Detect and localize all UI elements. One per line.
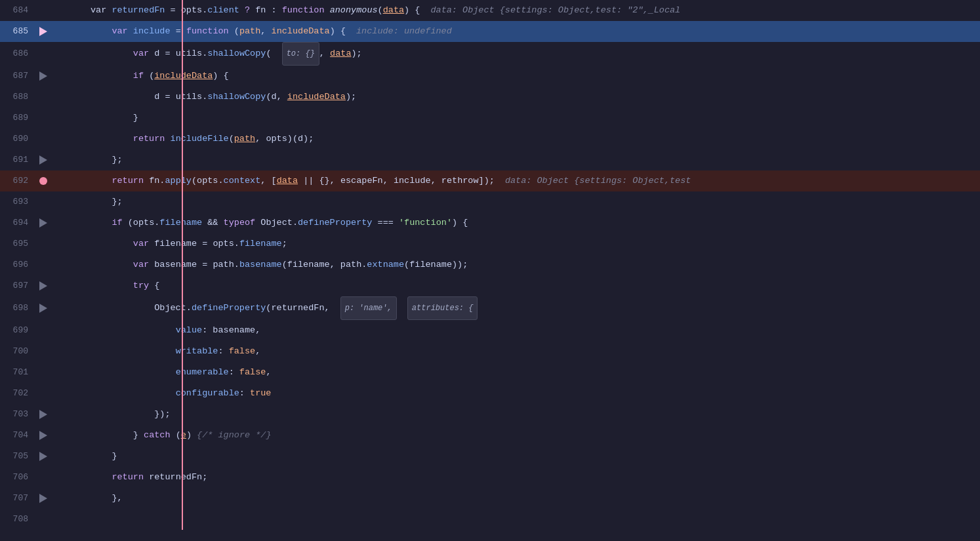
code-line: 700 writable: false, — [0, 341, 980, 362]
code-line: 698 Object.defineProperty(returnedFn, p:… — [0, 296, 980, 320]
line-gutter: 699 — [0, 320, 85, 341]
code-line: 685 var include = function (path, includ… — [0, 21, 980, 42]
fold-arrow-icon[interactable] — [39, 410, 47, 419]
debug-hint: include: undefined — [356, 26, 452, 36]
line-number: 702 — [0, 383, 36, 404]
line-code-content: } — [85, 446, 980, 467]
debug-hint: to: {} — [282, 42, 319, 66]
breakpoint-area[interactable] — [36, 304, 51, 313]
line-number: 686 — [0, 43, 36, 64]
fold-icon-area — [51, 514, 61, 525]
breakpoint-area[interactable] — [36, 431, 51, 440]
line-gutter: 696 — [0, 254, 85, 275]
line-gutter: 684 — [0, 0, 85, 21]
line-code-content: writable: false, — [85, 341, 980, 362]
line-gutter: 702 — [0, 383, 85, 404]
line-gutter: 686 — [0, 42, 85, 66]
line-gutter: 688 — [0, 87, 85, 108]
line-code-content: } catch (e) {/* ignore */} — [85, 425, 980, 446]
line-code-content: return includeFile(path, opts)(d); — [85, 129, 980, 150]
line-code-content: } — [85, 108, 980, 129]
line-number: 693 — [0, 191, 36, 212]
line-code-content: try { — [85, 275, 980, 296]
breakpoint-area[interactable] — [36, 218, 51, 228]
line-gutter: 704 — [0, 425, 85, 446]
fold-icon-area — [51, 92, 61, 102]
fold-arrow-icon[interactable] — [39, 155, 47, 165]
line-gutter: 692 — [0, 170, 85, 191]
code-line: 694 if (opts.filename && typeof Object.d… — [0, 212, 980, 233]
line-code-content: var include = function (path, includeDat… — [85, 21, 980, 42]
line-number: 692 — [0, 170, 36, 191]
line-gutter: 687 — [0, 66, 85, 87]
line-gutter: 701 — [0, 362, 85, 383]
line-number: 705 — [0, 446, 36, 467]
fold-icon-area — [51, 134, 61, 144]
breakpoint-area[interactable] — [36, 452, 51, 461]
code-line: 695 var filename = opts.filename; — [0, 233, 980, 254]
code-line: 699 value: basename, — [0, 320, 980, 341]
line-code-content: var filename = opts.filename; — [85, 233, 980, 254]
line-number: 695 — [0, 233, 36, 254]
debug-hint: data: Object {settings: Object,test: "2"… — [430, 5, 680, 15]
code-line: 704 } catch (e) {/* ignore */} — [0, 425, 980, 446]
line-gutter: 691 — [0, 150, 85, 170]
breakpoint-area[interactable] — [36, 71, 51, 81]
code-line: 706 return returnedFn; — [0, 467, 980, 488]
line-number: 707 — [0, 488, 36, 509]
line-code-content: value: basename, — [85, 320, 980, 341]
fold-icon-area — [51, 325, 61, 336]
line-number: 706 — [0, 467, 36, 488]
fold-arrow-icon[interactable] — [39, 304, 47, 313]
breakpoint-dot[interactable] — [39, 177, 47, 185]
fold-icon-area — [51, 218, 61, 228]
code-line: 705 } — [0, 446, 980, 467]
breakpoint-area[interactable] — [36, 494, 51, 503]
code-line: 684var returnedFn = opts.client ? fn : f… — [0, 0, 980, 21]
line-number: 697 — [0, 275, 36, 296]
line-number: 701 — [0, 362, 36, 383]
debug-hint: data: Object {settings: Object,test — [505, 176, 691, 186]
fold-icon-area — [51, 493, 61, 504]
code-line: 708 — [0, 509, 980, 530]
line-number: 690 — [0, 129, 36, 150]
breakpoint-area[interactable] — [36, 281, 51, 291]
code-line: 691 }; — [0, 150, 980, 170]
code-line: 693 }; — [0, 191, 980, 212]
code-editor: 684var returnedFn = opts.client ? fn : f… — [0, 0, 980, 541]
fold-icon-area — [51, 5, 61, 16]
breakpoint-area[interactable] — [36, 155, 51, 165]
fold-icon-area — [51, 155, 61, 165]
line-gutter: 695 — [0, 233, 85, 254]
fold-icon-area — [51, 346, 61, 357]
fold-icon-area — [51, 260, 61, 270]
code-container: 684var returnedFn = opts.client ? fn : f… — [0, 0, 980, 530]
code-line: 692 return fn.apply(opts.context, [data … — [0, 170, 980, 191]
fold-arrow-icon[interactable] — [39, 431, 47, 440]
line-gutter: 700 — [0, 341, 85, 362]
fold-icon-area — [51, 26, 61, 37]
line-gutter: 705 — [0, 446, 85, 467]
line-number: 703 — [0, 404, 36, 425]
code-line: 686 var d = utils.shallowCopy( to: {}, d… — [0, 42, 980, 66]
line-code-content: d = utils.shallowCopy(d, includeData); — [85, 87, 980, 108]
line-code-content: Object.defineProperty(returnedFn, p: 'na… — [85, 296, 980, 320]
code-line: 697 try { — [0, 275, 980, 296]
line-code-content: return returnedFn; — [85, 467, 980, 488]
line-gutter: 698 — [0, 296, 85, 320]
fold-arrow-icon[interactable] — [39, 218, 47, 228]
breakpoint-area[interactable] — [36, 177, 51, 185]
line-number: 689 — [0, 108, 36, 129]
line-code-content: enumerable: false, — [85, 362, 980, 383]
line-code-content: var returnedFn = opts.client ? fn : func… — [85, 0, 980, 21]
code-line: 687 if (includeData) { — [0, 66, 980, 87]
code-line: 702 configurable: true — [0, 383, 980, 404]
fold-icon-area — [51, 472, 61, 483]
fold-arrow-icon[interactable] — [39, 281, 47, 291]
line-code-content: configurable: true — [85, 383, 980, 404]
fold-arrow-icon[interactable] — [39, 494, 47, 503]
fold-arrow-icon[interactable] — [39, 71, 47, 81]
breakpoint-area[interactable] — [36, 410, 51, 419]
fold-arrow-icon[interactable] — [39, 452, 47, 461]
breakpoint-area[interactable] — [36, 27, 51, 36]
